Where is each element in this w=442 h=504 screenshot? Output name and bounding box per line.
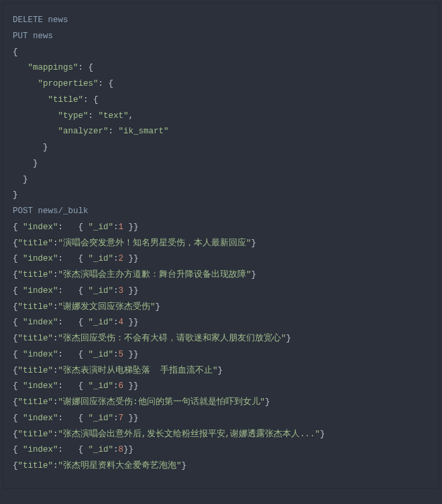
code-line: {"title":"谢娜回应张杰受伤:他问的第一句话就是怕吓到女儿"}	[13, 395, 429, 411]
string: "title"	[48, 95, 84, 105]
code-line: {	[13, 45, 429, 61]
brace: }	[13, 175, 28, 184]
code-line: PUT news	[13, 29, 429, 45]
string: "ik_smart"	[119, 127, 169, 136]
brace: }	[13, 159, 38, 168]
code-line: }	[13, 156, 429, 172]
code-line: { "index": { "_id":8}}	[13, 442, 429, 458]
code-line: DELETE news	[13, 13, 429, 29]
code-line: { "index": { "_id":4 }}	[13, 315, 429, 331]
code-line: "mappings": {	[13, 60, 429, 76]
brace: }	[13, 143, 48, 152]
string: "properties"	[38, 79, 99, 88]
code-line: }	[13, 172, 429, 188]
code-line: { "index": { "_id":6 }}	[13, 379, 429, 395]
code-line: "analyzer": "ik_smart"	[13, 124, 429, 140]
code-line: {"title":"张杰明星资料大全爱奇艺泡泡"}	[13, 458, 429, 475]
code-line: "properties": {	[13, 76, 429, 92]
code-line: }	[13, 188, 429, 204]
code-line: }	[13, 140, 429, 156]
string: "text"	[99, 111, 129, 121]
code-line: {"title":"张杰回应受伤：不会有大碍，请歌迷和家人朋友们放宽心"}	[13, 331, 429, 347]
code-line: {"title":"演唱会突发意外！知名男星受伤，本人最新回应"}	[13, 236, 429, 252]
code-line: POST news/_bulk	[13, 204, 429, 220]
brace: {	[13, 48, 18, 57]
string: "mappings"	[28, 63, 78, 72]
code-line: { "index": { "_id":5 }}	[13, 347, 429, 363]
code-line: "title": {	[13, 92, 429, 109]
string: "type"	[58, 111, 89, 121]
code-line: {"title":"张杰演唱会出意外后,发长文给粉丝报平安,谢娜透露张杰本人..…	[13, 427, 429, 443]
code-block: DELETE news PUT news { "mappings": { "pr…	[3, 3, 439, 489]
code-line: {"title":"张杰演唱会主办方道歉：舞台升降设备出现故障"}	[13, 267, 429, 284]
code-line: {"title":"张杰表演时从电梯坠落 手指血流不止"}	[13, 363, 429, 379]
keyword: POST news/_bulk	[13, 206, 89, 216]
code-line: "type": "text",	[13, 109, 429, 125]
string: "analyzer"	[58, 127, 109, 136]
keyword: PUT news	[13, 32, 53, 41]
code-line: {"title":"谢娜发文回应张杰受伤"}	[13, 300, 429, 316]
code-line: { "index": { "_id":7 }}	[13, 411, 429, 427]
code-line: { "index": { "_id":2 }}	[13, 251, 429, 267]
code-line: { "index": { "_id":1 }}	[13, 220, 429, 236]
keyword: DELETE news	[13, 15, 68, 25]
brace: }	[13, 190, 18, 200]
code-line: { "index": { "_id":3 }}	[13, 284, 429, 300]
